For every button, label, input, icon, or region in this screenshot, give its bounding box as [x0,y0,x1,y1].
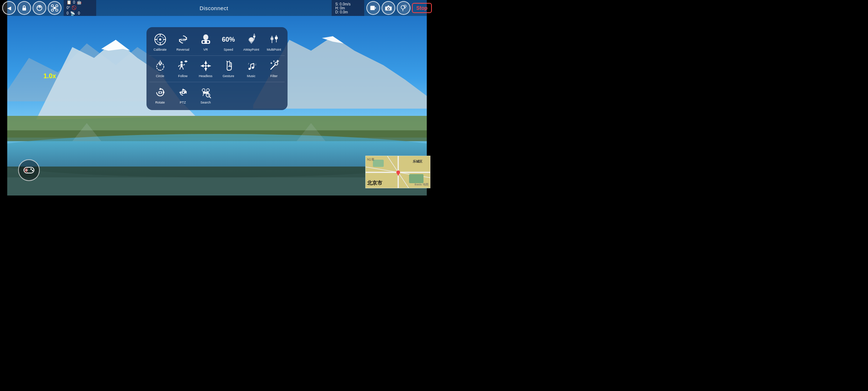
follow-icon [176,59,190,73]
svg-rect-114 [409,174,424,183]
drone-icon [51,4,59,12]
svg-text:✦: ✦ [270,61,273,65]
svg-line-97 [203,94,204,96]
music-button[interactable]: ♩ ♪ Music [241,57,262,80]
multipoint-button[interactable]: MultiPoint [263,31,285,53]
signal-value: 0 [73,0,75,5]
map-brand: Baidu 地图 [414,182,429,186]
svg-point-46 [207,41,209,43]
lock-icon [21,4,28,12]
filter-button[interactable]: ✦ ✦ ✦ Filter [263,57,285,80]
gamepad-icon [23,164,35,176]
svg-point-17 [51,5,54,7]
extra-value: 0 [78,11,80,16]
header-bar: ◀ [0,0,434,16]
svg-text:♪: ♪ [248,62,249,65]
svg-marker-27 [375,7,376,9]
gps-value: 0 [67,11,69,16]
svg-point-59 [180,61,183,63]
android-icon: 🤖 [77,0,82,5]
svg-rect-26 [370,6,375,10]
circle-button[interactable]: Circle [149,57,171,80]
music-label: Music [247,74,256,78]
menu-row-1: Calibrate 180° Reversal [149,31,285,53]
speed-label: Speed [224,48,233,52]
map-city-label: 北京市 [367,180,382,186]
music-icon: ♩ ♪ [244,59,259,73]
controller-button[interactable] [18,159,40,181]
speed-button[interactable]: 60% Speed [218,31,239,53]
svg-marker-67 [204,61,207,64]
flight-stats: S: 0.0m/s H: 0m D: 0.0m [332,0,364,16]
svg-line-98 [208,94,209,96]
vr-label: VR [203,48,208,52]
clipboard-icon: 📋 [67,0,72,5]
mini-map[interactable]: 乐城区 北京市 Baidu 地图 5公里 [365,156,430,188]
rotate-label: Rotate [155,101,165,105]
reversal-button[interactable]: 180° Reversal [172,31,193,53]
zoom-indicator: 1.0x [43,72,56,80]
rotate-button[interactable]: Rotate [149,84,171,106]
header-right-controls: Stop [364,1,434,15]
menu-popup: Calibrate 180° Reversal [146,27,288,110]
headless-button[interactable]: Headless [195,57,216,80]
angle-value: 0° [67,5,70,10]
filter-label: Filter [271,74,278,78]
gesture-label: Gesture [222,74,234,78]
svg-point-43 [203,34,208,40]
svg-rect-21 [54,7,56,9]
awaypoint-button[interactable]: AWayPoint [241,31,262,53]
wifi-icon: 📡 [70,11,75,16]
drone-button[interactable] [48,1,61,15]
awaypoint-icon [244,32,259,47]
reversal-label: Reversal [176,48,190,52]
map-scale: 5公里 [367,157,374,161]
calibrate-icon [153,32,167,47]
header-left-controls: ◀ [0,1,64,15]
svg-marker-70 [201,64,204,67]
svg-text:✦: ✦ [273,60,275,63]
reset-button[interactable] [33,1,46,15]
header-center: Disconnect [96,3,332,13]
svg-line-100 [209,97,211,98]
circle-label: Circle [156,74,164,78]
svg-rect-113 [373,160,384,167]
ptz-button[interactable]: PTZ [172,84,193,106]
svg-point-18 [56,5,58,7]
lock-button[interactable] [17,1,31,15]
stop-button[interactable]: Stop [412,3,432,13]
reset-icon [36,4,43,12]
search-button[interactable]: Search [195,84,216,106]
speed-stat: S: 0.0m/s [335,2,361,6]
camera-icon [385,5,392,11]
map-pin-button[interactable] [397,1,410,15]
svg-point-55 [159,62,161,63]
svg-line-61 [183,64,185,65]
follow-button[interactable]: Follow [172,57,193,80]
circle-icon [153,59,167,73]
empty-cell-2 [241,84,262,106]
gesture-button[interactable]: Gesture [218,57,239,80]
svg-line-72 [229,60,230,62]
empty-cell-1 [218,84,239,106]
vr-button[interactable]: VR [195,31,216,53]
ptz-icon [176,85,190,100]
calibrate-button[interactable]: Calibrate [149,31,171,53]
video-button[interactable] [366,1,380,15]
gesture-icon [221,59,236,73]
svg-point-45 [203,41,205,43]
svg-point-30 [388,8,389,9]
svg-point-93 [183,92,184,93]
ptz-label: PTZ [180,101,186,105]
svg-point-50 [275,37,278,39]
follow-label: Follow [178,74,187,78]
svg-point-20 [56,9,58,11]
disconnect-button[interactable]: Disconnect [191,3,237,13]
camera-button[interactable] [382,1,395,15]
svg-rect-15 [22,8,26,10]
menu-row-2: Circle Follow [149,57,285,80]
vr-icon [199,32,213,47]
back-button[interactable]: ◀ [2,1,16,15]
svg-point-41 [159,38,161,41]
speed-icon: 60% [221,32,236,47]
